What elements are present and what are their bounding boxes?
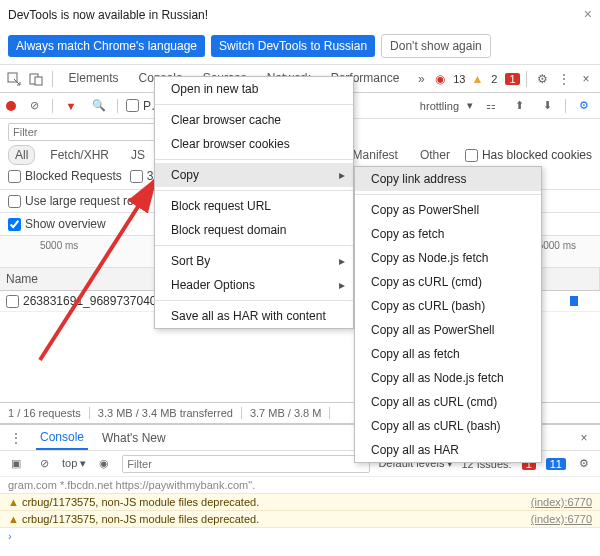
throttling-dropdown[interactable]: ▾	[467, 99, 473, 112]
menu-sort-by[interactable]: Sort By▸	[155, 249, 353, 273]
close-icon[interactable]: ×	[584, 6, 592, 22]
menu-copy-all-curl-bash[interactable]: Copy all as cURL (bash)	[355, 414, 541, 438]
request-count: 1 / 16 requests	[8, 407, 90, 419]
upload-har-icon[interactable]: ⬆	[509, 96, 529, 116]
console-clear-icon[interactable]: ⊘	[34, 454, 54, 474]
submenu-arrow-icon: ▸	[339, 254, 345, 268]
language-banner: DevTools is now available in Russian! Al…	[0, 0, 600, 65]
menu-copy[interactable]: Copy▸	[155, 163, 353, 187]
close-drawer-icon[interactable]: ×	[574, 428, 594, 448]
error-dot-icon: ◉	[435, 72, 445, 86]
search-icon[interactable]: 🔍	[89, 96, 109, 116]
log-line[interactable]: ▲ crbug/1173575, non-JS module files dep…	[0, 494, 600, 511]
log-line[interactable]: ▲ crbug/1173575, non-JS module files dep…	[0, 511, 600, 528]
console-sidebar-icon[interactable]: ▣	[6, 454, 26, 474]
transferred-size: 3.3 MB / 3.4 MB transferred	[98, 407, 242, 419]
close-devtools-icon[interactable]: ×	[576, 69, 596, 89]
issues-count[interactable]: 1	[505, 73, 519, 85]
menu-copy-curl-cmd[interactable]: Copy as cURL (cmd)	[355, 270, 541, 294]
record-icon[interactable]	[6, 101, 16, 111]
large-rows-checkbox[interactable]: Use large request rows	[8, 194, 148, 208]
wifi-icon[interactable]: ⚏	[481, 96, 501, 116]
live-expression-icon[interactable]: ◉	[94, 454, 114, 474]
throttling-label: hrottling	[420, 100, 459, 112]
separator	[52, 71, 53, 87]
menu-copy-all-nodefetch[interactable]: Copy all as Node.js fetch	[355, 366, 541, 390]
dismiss-banner-button[interactable]: Don't show again	[381, 34, 491, 58]
menu-open-new-tab[interactable]: Open in new tab	[155, 77, 353, 101]
warn-count[interactable]: 2	[487, 73, 501, 85]
separator	[117, 99, 118, 113]
console-filter-input[interactable]	[122, 455, 370, 473]
filter-input[interactable]	[8, 123, 168, 141]
error-count[interactable]: 13	[449, 73, 469, 85]
kebab-menu-icon[interactable]: ⋮	[554, 69, 574, 89]
network-settings-gear-icon[interactable]: ⚙	[574, 96, 594, 116]
log-source-link[interactable]: (index):6770	[531, 513, 592, 525]
menu-copy-all-har[interactable]: Copy all as HAR	[355, 438, 541, 462]
separator	[155, 104, 353, 105]
banner-title: DevTools is now available in Russian!	[8, 6, 592, 28]
console-settings-gear-icon[interactable]: ⚙	[574, 454, 594, 474]
console-log: gram.com *.fbcdn.net https://paywithmyba…	[0, 477, 600, 544]
log-source-link[interactable]: (index):6770	[531, 496, 592, 508]
submenu-arrow-icon: ▸	[339, 278, 345, 292]
drawer-kebab-icon[interactable]: ⋮	[6, 428, 26, 448]
menu-block-url[interactable]: Block request URL	[155, 194, 353, 218]
blocked-cookies-checkbox[interactable]: Has blocked cookies	[465, 148, 592, 162]
download-har-icon[interactable]: ⬇	[537, 96, 557, 116]
waterfall-bar	[570, 296, 578, 306]
filter-all[interactable]: All	[8, 145, 35, 165]
submenu-arrow-icon: ▸	[339, 168, 345, 182]
filter-xhr[interactable]: Fetch/XHR	[43, 145, 116, 165]
menu-copy-all-fetch[interactable]: Copy all as fetch	[355, 342, 541, 366]
blocked-requests-checkbox[interactable]: Blocked Requests	[8, 169, 122, 183]
copy-submenu: Copy link address Copy as PowerShell Cop…	[354, 166, 542, 463]
svg-rect-2	[35, 77, 42, 85]
menu-header-options[interactable]: Header Options▸	[155, 273, 353, 297]
filter-other[interactable]: Other	[413, 145, 457, 165]
separator	[565, 99, 566, 113]
drawer-tab-whatsnew[interactable]: What's New	[98, 427, 170, 449]
tab-elements[interactable]: Elements	[59, 65, 129, 93]
menu-copy-fetch[interactable]: Copy as fetch	[355, 222, 541, 246]
menu-copy-curl-bash[interactable]: Copy as cURL (bash)	[355, 294, 541, 318]
device-toggle-icon[interactable]	[26, 69, 46, 89]
switch-language-button[interactable]: Switch DevTools to Russian	[211, 35, 375, 57]
warn-icon: ▲	[471, 72, 483, 86]
log-line[interactable]: gram.com *.fbcdn.net https://paywithmyba…	[0, 477, 600, 494]
issues-info-badge[interactable]: 11	[546, 458, 566, 470]
request-name: 263831691_9689737040…	[23, 294, 168, 308]
menu-copy-all-ps[interactable]: Copy all as PowerShell	[355, 318, 541, 342]
separator	[155, 245, 353, 246]
more-tabs-icon[interactable]: »	[411, 69, 431, 89]
show-overview-checkbox[interactable]: Show overview	[8, 217, 106, 231]
separator	[52, 99, 53, 113]
context-menu: Open in new tab Clear browser cache Clea…	[154, 76, 354, 329]
separator	[155, 190, 353, 191]
menu-copy-all-curl-cmd[interactable]: Copy all as cURL (cmd)	[355, 390, 541, 414]
separator	[155, 159, 353, 160]
menu-save-har[interactable]: Save all as HAR with content	[155, 304, 353, 328]
time-marker: 5000 ms	[40, 240, 78, 251]
row-checkbox[interactable]	[6, 295, 19, 308]
context-selector[interactable]: top ▾	[62, 457, 86, 470]
console-prompt[interactable]: ›	[0, 528, 600, 544]
menu-clear-cookies[interactable]: Clear browser cookies	[155, 132, 353, 156]
separator	[355, 194, 541, 195]
menu-copy-nodefetch[interactable]: Copy as Node.js fetch	[355, 246, 541, 270]
inspect-icon[interactable]	[4, 69, 24, 89]
menu-clear-cache[interactable]: Clear browser cache	[155, 108, 353, 132]
resources-size: 3.7 MB / 3.8 M	[250, 407, 331, 419]
settings-gear-icon[interactable]: ⚙	[533, 69, 553, 89]
menu-block-domain[interactable]: Block request domain	[155, 218, 353, 242]
filter-manifest[interactable]: Manifest	[346, 145, 405, 165]
menu-copy-link[interactable]: Copy link address	[355, 167, 541, 191]
filter-funnel-icon[interactable]: ▼	[61, 96, 81, 116]
separator	[155, 300, 353, 301]
menu-copy-ps[interactable]: Copy as PowerShell	[355, 198, 541, 222]
drawer-tab-console[interactable]: Console	[36, 426, 88, 450]
match-language-button[interactable]: Always match Chrome's language	[8, 35, 205, 57]
clear-icon[interactable]: ⊘	[24, 96, 44, 116]
filter-js[interactable]: JS	[124, 145, 152, 165]
